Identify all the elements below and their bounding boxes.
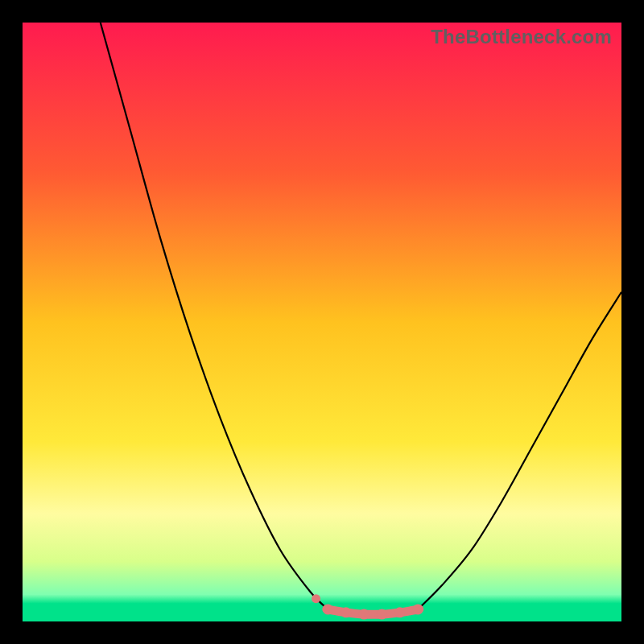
- watermark-text: TheBottleneck.com: [431, 26, 612, 48]
- chart-frame: TheBottleneck.com: [23, 23, 621, 621]
- chart-svg: [23, 23, 621, 621]
- marker-dot: [394, 607, 405, 617]
- chart-background-gradient: [23, 23, 621, 621]
- marker-dot: [377, 609, 387, 620]
- marker-dot: [312, 594, 320, 603]
- marker-dot: [341, 607, 351, 617]
- marker-dot: [323, 605, 333, 615]
- marker-dot: [359, 609, 369, 620]
- marker-dot: [413, 605, 423, 615]
